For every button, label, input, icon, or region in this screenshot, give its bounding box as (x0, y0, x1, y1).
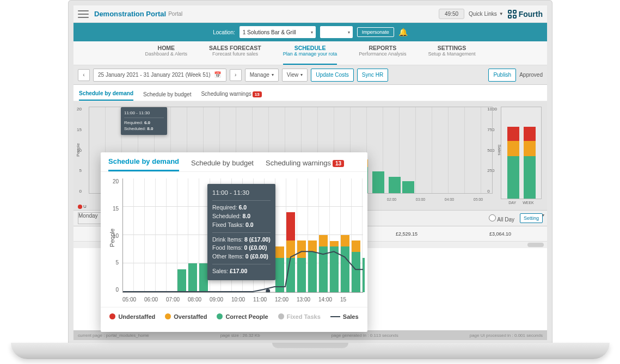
portal-suffix: Portal (168, 11, 182, 17)
nav-schedule[interactable]: SCHEDULEPlan & manage your rota (283, 41, 337, 65)
date-range-picker[interactable]: 25 January 2021 - 31 January 2021 (Week … (93, 69, 226, 82)
line-icon (330, 316, 340, 317)
overlay-chart: People 20151050 (101, 172, 367, 307)
all-day-toggle[interactable]: All Day (489, 214, 514, 223)
demand-chart-overlay: Schedule by demand Schedule by budget Sc… (101, 152, 367, 332)
prev-week-button[interactable]: ‹ (78, 69, 90, 81)
update-costs-button[interactable]: Update Costs (311, 69, 354, 82)
bar (402, 181, 414, 193)
svg-point-0 (266, 289, 270, 292)
y-axis-left: 20151050 (77, 107, 82, 194)
subtab-demand[interactable]: Schedule by demand (79, 90, 133, 101)
nav-settings[interactable]: SETTINGSSetup & Management (428, 41, 475, 65)
brand-mark-icon (508, 10, 517, 18)
bar (372, 171, 384, 193)
dot-icon (217, 313, 223, 319)
dot-icon (165, 313, 171, 319)
overlay-plot: 11:00 - 11:30 Required: 6.0 Scheduled: 8… (122, 178, 363, 293)
overlay-warnings-badge: 13 (333, 160, 344, 167)
overlay-x-axis: 05:0006:0007:0008:0009:0010:0011:0012:00… (122, 297, 363, 303)
legend-stub: U (78, 204, 87, 209)
nav-reports[interactable]: REPORTSPerformance Analysis (359, 41, 406, 65)
brand-logo: Fourth (508, 10, 543, 18)
summary-cell: £3,064.10 (453, 231, 547, 237)
chevron-down-icon: ▼ (499, 11, 504, 16)
quick-links-dropdown[interactable]: Quick Links▼ (469, 11, 504, 17)
session-timer: 49:50 (439, 9, 464, 19)
nav-sales-forecast[interactable]: SALES FORECASTForecast future sales (209, 41, 261, 65)
dot-icon (278, 313, 284, 319)
overlay-tooltip: 11:00 - 11:30 Required: 6.0 Scheduled: 8… (207, 184, 275, 280)
dot-icon (109, 313, 115, 319)
overlay-tab-warnings[interactable]: Scheduling warnings13 (266, 159, 344, 171)
chart-tooltip-small: 11:00 - 11:30 Required: 6.0 Scheduled: 8… (121, 107, 167, 135)
sync-hr-button[interactable]: Sync HR (357, 69, 388, 82)
next-week-button[interactable]: › (230, 69, 242, 81)
location-label: Location: (213, 29, 235, 35)
manage-dropdown[interactable]: Manage▾ (245, 69, 279, 82)
calendar-icon: 📅 (214, 71, 222, 78)
publish-button[interactable]: Publish (488, 69, 516, 82)
overlay-legend: Understaffed Overstaffed Correct People … (101, 307, 367, 325)
warnings-badge: 13 (253, 91, 262, 97)
portal-title: Demonstration Portal (94, 10, 166, 18)
schedule-subtabs: Schedule by demand Schedule by budget Sc… (73, 85, 547, 101)
bar (389, 177, 401, 193)
overlay-tab-budget[interactable]: Schedule by budget (191, 159, 254, 171)
impersonate-button[interactable]: Impersonate (357, 27, 394, 37)
approved-label: Approved (519, 72, 543, 78)
week-stack (524, 127, 536, 199)
location-bar: Location: 1 Solutions Bar & Grill Impers… (73, 23, 547, 41)
main-nav: HOMEDashboard & Alerts SALES FORECASTFor… (73, 41, 547, 65)
top-bar: Demonstration Portal Portal 49:50 Quick … (73, 5, 547, 23)
nav-home[interactable]: HOMEDashboard & Alerts (145, 41, 188, 65)
day-week-chart: DAY WEEK (501, 107, 542, 205)
overlay-tabs: Schedule by demand Schedule by budget Sc… (101, 152, 367, 172)
bell-icon[interactable]: 🔔 (398, 28, 408, 36)
summary-cell: £2,529.15 (360, 231, 453, 237)
settings-button[interactable]: Setting (520, 213, 543, 223)
secondary-select[interactable] (320, 26, 353, 38)
subtab-warnings[interactable]: Scheduling warnings13 (201, 91, 261, 101)
location-select[interactable]: 1 Solutions Bar & Grill (240, 26, 316, 38)
overlay-tab-demand[interactable]: Schedule by demand (108, 157, 179, 171)
menu-icon[interactable] (78, 10, 89, 18)
view-dropdown[interactable]: View▾ (282, 69, 308, 82)
day-stack (507, 127, 519, 199)
subtab-budget[interactable]: Schedule by budget (143, 91, 191, 101)
schedule-toolbar: ‹ 25 January 2021 - 31 January 2021 (Wee… (73, 65, 547, 85)
overlay-y-axis: 20151050 (113, 178, 119, 293)
